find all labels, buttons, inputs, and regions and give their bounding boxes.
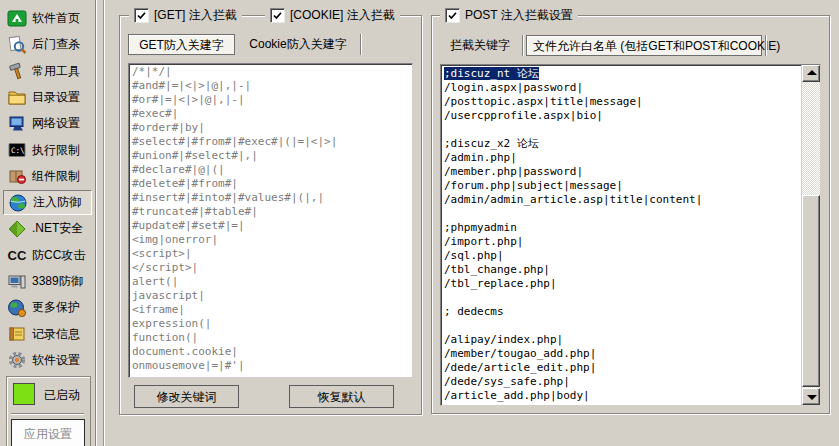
sidebar-item-5[interactable]: 网络设置 bbox=[3, 111, 92, 136]
sidebar-item-6[interactable]: C:\执行限制 bbox=[3, 138, 92, 163]
sidebar-item-3[interactable]: 常用工具 bbox=[3, 59, 92, 84]
sidebar-item-10[interactable]: CC防CC攻击 bbox=[3, 243, 92, 268]
checkmark-icon bbox=[136, 10, 147, 21]
package-icon bbox=[7, 166, 27, 186]
gear-icon bbox=[7, 350, 27, 370]
tab-cookie-keywords[interactable]: Cookie防入关建字 bbox=[239, 34, 357, 55]
sidebar-item-label: 更多保护 bbox=[32, 299, 80, 316]
restore-default-button[interactable]: 恢复默认 bbox=[289, 385, 394, 408]
sidebar-item-9[interactable]: .NET安全 bbox=[3, 216, 92, 241]
hammer-icon bbox=[7, 61, 27, 81]
computer-icon bbox=[7, 272, 27, 292]
get-intercept-checkbox[interactable] bbox=[134, 8, 149, 23]
sidebar-item-8[interactable]: 注入防御 bbox=[3, 190, 92, 215]
sidebar-item-1[interactable]: 软件首页 bbox=[3, 6, 92, 31]
sidebar-item-label: 网络设置 bbox=[32, 115, 80, 132]
arrow-up-icon bbox=[807, 70, 817, 75]
cookie-intercept-checkbox[interactable] bbox=[270, 8, 285, 23]
tab-intercept-keywords[interactable]: 拦截关键字 bbox=[440, 35, 520, 56]
post-intercept-label: POST 注入拦截设置 bbox=[465, 7, 573, 24]
sidebar-item-14[interactable]: 软件设置 bbox=[3, 348, 92, 373]
whitelist-line: /article_add.php|body| bbox=[444, 389, 799, 403]
whitelist-line bbox=[444, 291, 799, 305]
get-injection-panel: [GET] 注入拦截 [COOKIE] 注入拦截 GET防入关建字 Cookie… bbox=[119, 15, 422, 415]
get-intercept-label: [GET] 注入拦截 bbox=[154, 7, 237, 24]
sidebar-item-label: 注入防御 bbox=[33, 194, 81, 211]
cc-icon: CC bbox=[7, 245, 27, 265]
apply-settings-button[interactable]: 应用设置 bbox=[11, 419, 85, 446]
tab-separator bbox=[522, 35, 523, 56]
sidebar-item-label: 组件限制 bbox=[32, 168, 80, 185]
whitelist-line: /dede/article_edit.php| bbox=[444, 361, 799, 375]
get-keywords-textarea[interactable]: /*|*/| #and#|=|<|>|@|,|-| #or#|=|<|>|@|,… bbox=[128, 63, 413, 378]
sidebar-item-label: 软件设置 bbox=[32, 352, 80, 369]
whitelist-line: /member/tougao_add.php| bbox=[444, 347, 799, 361]
console-icon: C:\ bbox=[7, 140, 27, 160]
whitelist-line: /tbl_replace.php| bbox=[444, 277, 799, 291]
sidebar-item-label: 目录设置 bbox=[32, 89, 80, 106]
globe-tool-icon bbox=[7, 298, 27, 318]
whitelist-line: /usercpprofile.aspx|bio| bbox=[444, 109, 799, 123]
whitelist-line: /dede/sys_safe.php| bbox=[444, 375, 799, 389]
scan-icon bbox=[7, 35, 27, 55]
divider bbox=[103, 0, 104, 446]
scrollbar-thumb[interactable] bbox=[802, 195, 820, 387]
whitelist-textarea[interactable]: ;discuz_nt 论坛/login.aspx|password|/postt… bbox=[440, 64, 821, 406]
tab-separator bbox=[360, 34, 361, 55]
notebook-icon bbox=[7, 324, 27, 344]
whitelist-line bbox=[444, 123, 799, 137]
sidebar-item-7[interactable]: 组件限制 bbox=[3, 164, 92, 189]
sidebar-item-11[interactable]: 3389防御 bbox=[3, 269, 92, 294]
sidebar-item-label: 软件首页 bbox=[32, 10, 80, 27]
tab-separator bbox=[765, 35, 766, 56]
whitelist-line: /admin.php| bbox=[444, 151, 799, 165]
post-injection-panel: POST 注入拦截设置 拦截关键字 文件允许白名单 (包括GET和POST和CO… bbox=[431, 15, 830, 414]
svg-text:C:\: C:\ bbox=[11, 146, 25, 155]
whitelist-line bbox=[444, 319, 799, 333]
get-intercept-checkbox-row: [GET] 注入拦截 bbox=[129, 7, 242, 24]
network-icon bbox=[7, 114, 27, 134]
sidebar-item-2[interactable]: 后门查杀 bbox=[3, 32, 92, 57]
checkmark-icon bbox=[447, 10, 458, 21]
whitelist-line: /import.php| bbox=[444, 235, 799, 249]
sidebar-item-label: 执行限制 bbox=[32, 142, 80, 159]
svg-text:CC: CC bbox=[8, 248, 27, 263]
folder-icon bbox=[7, 87, 27, 107]
whitelist-line: ;discuz_nt 论坛 bbox=[444, 67, 799, 81]
status-label: 已启动 bbox=[44, 387, 80, 404]
whitelist-line: /login.aspx|password| bbox=[444, 81, 799, 95]
sidebar-item-label: 防CC攻击 bbox=[32, 247, 85, 264]
globe-icon bbox=[8, 193, 28, 213]
tab-file-whitelist[interactable]: 文件允许白名单 (包括GET和POST和COOKIE) bbox=[526, 35, 762, 56]
sidebar: 软件首页后门查杀常用工具目录设置网络设置C:\执行限制组件限制注入防御.NET安… bbox=[0, 0, 96, 446]
scroll-down-button[interactable] bbox=[802, 388, 820, 405]
sidebar-item-12[interactable]: 更多保护 bbox=[3, 295, 92, 320]
tab-get-keywords[interactable]: GET防入关建字 bbox=[128, 34, 235, 55]
whitelist-line: ; dedecms bbox=[444, 305, 799, 319]
cookie-intercept-checkbox-row: [COOKIE] 注入拦截 bbox=[265, 7, 400, 24]
sidebar-item-13[interactable]: 记录信息 bbox=[3, 322, 92, 347]
arrow-down-icon bbox=[807, 395, 817, 400]
post-intercept-checkbox[interactable] bbox=[445, 8, 460, 23]
diamond-icon bbox=[7, 219, 27, 239]
sidebar-item-label: 3389防御 bbox=[32, 273, 83, 290]
whitelist-line: /sql.php| bbox=[444, 249, 799, 263]
whitelist-line: /member.php|password| bbox=[444, 165, 799, 179]
vertical-scrollbar[interactable] bbox=[801, 65, 820, 405]
whitelist-line: /tbl_change.php| bbox=[444, 263, 799, 277]
sidebar-item-label: 后门查杀 bbox=[32, 36, 80, 53]
whitelist-line: /posttopic.aspx|title|message| bbox=[444, 95, 799, 109]
whitelist-line: ;phpmyadmin bbox=[444, 221, 799, 235]
whitelist-line: /forum.php|subject|message| bbox=[444, 179, 799, 193]
sidebar-item-4[interactable]: 目录设置 bbox=[3, 85, 92, 110]
modify-keywords-button[interactable]: 修改关键词 bbox=[134, 385, 239, 408]
whitelist-line bbox=[444, 207, 799, 221]
whitelist-line: /alipay/index.php| bbox=[444, 333, 799, 347]
sidebar-item-label: 常用工具 bbox=[32, 63, 80, 80]
status-green-indicator bbox=[13, 383, 35, 405]
sidebar-item-label: 记录信息 bbox=[32, 326, 80, 343]
whitelist-line: ;discuz_x2 论坛 bbox=[444, 137, 799, 151]
cookie-intercept-label: [COOKIE] 注入拦截 bbox=[290, 7, 395, 24]
scroll-up-button[interactable] bbox=[802, 65, 820, 82]
post-intercept-checkbox-row: POST 注入拦截设置 bbox=[440, 7, 578, 24]
